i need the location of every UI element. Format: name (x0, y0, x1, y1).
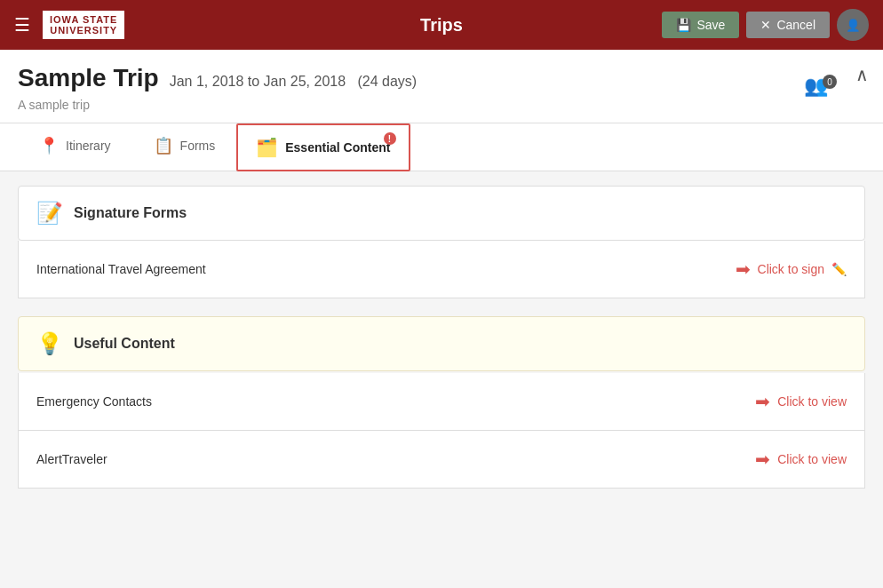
emergency-contacts-row: Emergency Contacts ➡ Click to view (18, 373, 865, 431)
essential-content-icon: 🗂️ (256, 137, 278, 158)
logo-line1: IOWA STATE (50, 14, 117, 25)
pen-icon: ✏️ (831, 262, 847, 276)
international-travel-row: International Travel Agreement ➡ Click t… (18, 241, 865, 298)
emergency-contacts-link[interactable]: Click to view (777, 394, 847, 409)
tab-essential-content-label: Essential Content (285, 140, 390, 155)
tab-itinerary[interactable]: 📍 Itinerary (18, 123, 132, 171)
menu-icon[interactable]: ☰ (14, 14, 30, 36)
logo: IOWA STATE UNIVERSITY (41, 9, 126, 41)
useful-content-header: 💡 Useful Content (18, 316, 865, 371)
app-header: ☰ IOWA STATE UNIVERSITY Trips 💾 Save ✕ C… (0, 0, 883, 50)
international-travel-label: International Travel Agreement (36, 262, 206, 276)
chevron-up-icon: ∧ (855, 65, 869, 84)
main-content: 📝 Signature Forms International Travel A… (0, 171, 883, 503)
save-icon: 💾 (676, 18, 691, 32)
signature-forms-title: Signature Forms (74, 205, 187, 221)
emergency-contacts-label: Emergency Contacts (36, 394, 152, 409)
user-menu-button[interactable]: 👤 (837, 9, 869, 41)
cancel-button[interactable]: ✕ Cancel (746, 12, 830, 38)
page-title: Trips (420, 15, 463, 36)
itinerary-icon: 📍 (39, 136, 59, 155)
signature-forms-header: 📝 Signature Forms (18, 186, 865, 241)
cancel-label: Cancel (776, 18, 815, 32)
save-button[interactable]: 💾 Save (662, 12, 739, 38)
header-actions: 💾 Save ✕ Cancel 👤 (662, 9, 869, 41)
arrow-icon: ➡ (736, 258, 751, 280)
user-icon: 👤 (846, 19, 861, 32)
click-to-sign-link[interactable]: Click to sign (758, 262, 824, 276)
cancel-icon: ✕ (760, 18, 771, 32)
arrow-right-icon: ➡ (755, 391, 770, 412)
tab-forms[interactable]: 📋 Forms (132, 123, 237, 171)
alerttraveler-link[interactable]: Click to view (777, 452, 847, 466)
forms-icon: 📋 (154, 136, 173, 155)
alerttraveler-row: AlertTraveler ➡ Click to view (18, 431, 865, 489)
alert-arrow-icon: ➡ (755, 449, 770, 470)
participants-count: 0 (823, 75, 837, 89)
trip-info: Sample Trip Jan 1, 2018 to Jan 25, 2018 … (0, 50, 883, 123)
logo-line2: UNIVERSITY (50, 25, 117, 36)
alert-badge: ! (384, 132, 396, 145)
header-left: ☰ IOWA STATE UNIVERSITY (14, 9, 126, 41)
emergency-contacts-action: ➡ Click to view (755, 391, 847, 412)
collapse-button[interactable]: ∧ (855, 64, 869, 85)
sign-action: ➡ Click to sign ✏️ (736, 258, 847, 280)
useful-content-title: Useful Content (74, 336, 175, 352)
signature-forms-icon: 📝 (36, 201, 63, 226)
tab-essential-content[interactable]: 🗂️ ! Essential Content (236, 123, 410, 171)
trip-name: Sample Trip (18, 64, 159, 92)
trip-dates: Jan 1, 2018 to Jan 25, 2018 (24 days) (170, 74, 417, 90)
useful-content-icon: 💡 (36, 331, 63, 356)
tabs-bar: 📍 Itinerary 📋 Forms 🗂️ ! Essential Conte… (0, 123, 883, 171)
tab-itinerary-label: Itinerary (66, 139, 111, 153)
alerttraveler-action: ➡ Click to view (755, 449, 847, 470)
tab-forms-label: Forms (180, 139, 216, 153)
save-label: Save (696, 18, 725, 32)
participants-badge: 👥 0 (804, 75, 837, 98)
alerttraveler-label: AlertTraveler (36, 452, 107, 466)
trip-description: A sample trip (18, 98, 865, 112)
trip-title-row: Sample Trip Jan 1, 2018 to Jan 25, 2018 … (18, 64, 865, 92)
